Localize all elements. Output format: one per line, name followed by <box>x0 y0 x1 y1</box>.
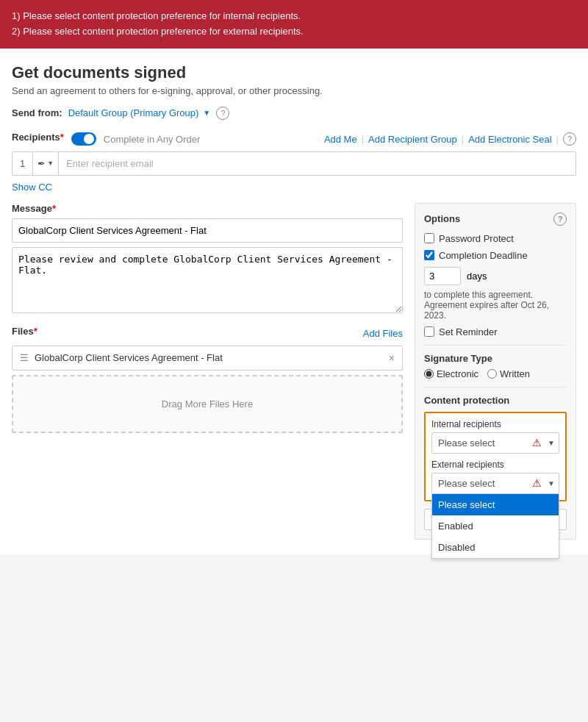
options-title: Options ? <box>424 212 567 226</box>
send-from-label: Send from: <box>12 107 62 118</box>
file-item: ☰ GlobalCorp Client Services Agreement -… <box>12 346 403 371</box>
error-line-2: 2) Please select content protection pref… <box>12 24 576 40</box>
written-radio-label[interactable]: Written <box>487 368 530 379</box>
message-subject-input[interactable] <box>12 218 403 243</box>
file-remove-button[interactable]: × <box>389 352 395 364</box>
message-label: Message* <box>12 203 403 214</box>
external-dropdown-menu: Please select Enabled Disabled <box>431 494 559 559</box>
send-from-dropdown[interactable]: Default Group (Primary Group) ▼ <box>68 107 211 118</box>
recipients-header: Recipients* Complete in Any Order Add Me… <box>12 132 576 147</box>
external-recipients-label: External recipients <box>431 460 559 470</box>
recipients-right: Add Me | Add Recipient Group | Add Elect… <box>324 132 576 146</box>
external-select-wrapper: Please select ⚠ ▼ Please select Enabled … <box>431 473 559 494</box>
complete-any-order-label: Complete in Any Order <box>104 134 201 145</box>
options-panel: Options ? Password Protect Completion De… <box>415 203 576 540</box>
expires-text: to complete this agreement. Agreement ex… <box>424 290 567 321</box>
days-label: days <box>467 271 487 282</box>
internal-select-wrapper: Please select Enabled Disabled ⚠ ▼ <box>431 432 559 454</box>
message-body-input[interactable]: Please review and complete GlobalCorp Cl… <box>12 247 403 313</box>
chevron-down-icon: ▼ <box>203 109 210 117</box>
set-reminder-row: Set Reminder <box>424 326 567 337</box>
written-radio[interactable] <box>487 369 497 379</box>
external-chevron-icon: ▼ <box>548 479 555 487</box>
error-line-1: 1) Please select content protection pref… <box>12 9 576 24</box>
set-reminder-label: Set Reminder <box>439 326 497 337</box>
completion-deadline-row: Completion Deadline <box>424 250 567 261</box>
recipient-type-icon[interactable]: ✒ ▼ <box>33 152 59 175</box>
recipient-number: 1 <box>12 152 33 175</box>
files-label: Files* <box>12 326 37 337</box>
drag-zone[interactable]: Drag More Files Here <box>12 375 403 433</box>
error-banner: 1) Please select content protection pref… <box>0 0 588 49</box>
add-me-button[interactable]: Add Me <box>324 134 357 145</box>
completion-deadline-label: Completion Deadline <box>439 250 528 261</box>
chevron-down-icon: ▼ <box>47 160 54 167</box>
dropdown-enabled[interactable]: Enabled <box>432 515 559 537</box>
recipient-row: 1 ✒ ▼ Enter recipient email <box>12 151 576 176</box>
add-files-button[interactable]: Add Files <box>363 328 403 339</box>
internal-warning-icon: ⚠ <box>532 437 542 448</box>
options-help-icon[interactable]: ? <box>553 212 567 226</box>
dropdown-please-select[interactable]: Please select <box>432 494 559 515</box>
written-label: Written <box>500 368 530 379</box>
file-name: GlobalCorp Client Services Agreement - F… <box>35 352 389 363</box>
password-protect-checkbox[interactable] <box>424 233 434 243</box>
completion-deadline-checkbox[interactable] <box>424 250 434 260</box>
page-title: Get documents signed <box>12 63 576 82</box>
content-protection-section: Internal recipients Please select Enable… <box>424 412 567 501</box>
recipient-email-input[interactable]: Enter recipient email <box>59 152 576 175</box>
days-input[interactable] <box>424 267 461 285</box>
content-protection-label: Content protection <box>424 395 567 406</box>
recipients-help-icon[interactable]: ? <box>563 132 576 146</box>
files-header: Files* Add Files <box>12 326 403 341</box>
send-from-help-icon[interactable]: ? <box>216 107 229 120</box>
complete-in-order-toggle[interactable] <box>71 132 96 146</box>
set-reminder-checkbox[interactable] <box>424 326 434 337</box>
add-recipient-group-button[interactable]: Add Recipient Group <box>368 134 457 145</box>
signature-type-label: Signature Type <box>424 353 567 364</box>
pen-icon: ✒ <box>37 158 46 169</box>
external-warning-icon: ⚠ <box>532 477 542 489</box>
electronic-radio[interactable] <box>424 369 434 379</box>
send-from-row: Send from: Default Group (Primary Group)… <box>12 107 576 120</box>
add-electronic-seal-button[interactable]: Add Electronic Seal <box>468 134 551 145</box>
electronic-radio-label[interactable]: Electronic <box>424 368 478 379</box>
internal-recipients-label: Internal recipients <box>431 419 559 429</box>
recipients-label: Recipients* <box>12 132 64 143</box>
file-icon: ☰ <box>20 352 29 363</box>
password-protect-label: Password Protect <box>439 233 514 244</box>
days-row: days <box>424 267 567 285</box>
signature-type-row: Electronic Written <box>424 368 567 379</box>
page-subtitle: Send an agreement to others for e-signin… <box>12 85 576 96</box>
recipients-left: Recipients* Complete in Any Order <box>12 132 200 147</box>
message-section: Message* Please review and complete Glob… <box>12 203 403 315</box>
show-cc-link[interactable]: Show CC <box>12 182 52 193</box>
send-from-value: Default Group (Primary Group) <box>68 107 199 118</box>
electronic-label: Electronic <box>437 368 478 379</box>
password-protect-row: Password Protect <box>424 233 567 244</box>
files-section: Files* Add Files ☰ GlobalCorp Client Ser… <box>12 326 403 433</box>
dropdown-disabled[interactable]: Disabled <box>432 537 559 558</box>
